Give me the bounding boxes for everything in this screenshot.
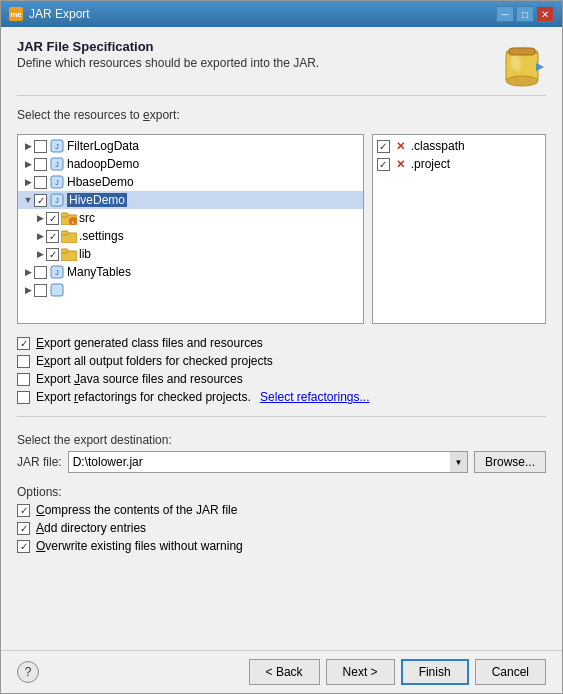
left-tree-scroll[interactable]: ▶ J FilterLogData ▶ J had	[18, 135, 363, 323]
tree-item-manytables[interactable]: ▶ J ManyTables	[18, 263, 363, 281]
toggle-icon[interactable]: ▶	[34, 230, 46, 242]
project-icon: J	[49, 156, 65, 172]
close-button[interactable]: ✕	[536, 6, 554, 22]
svg-text:J: J	[55, 179, 59, 186]
checkbox-hbasedemo[interactable]	[34, 176, 47, 189]
checkbox-project[interactable]	[377, 158, 390, 171]
folder-icon	[61, 246, 77, 262]
toggle-icon[interactable]: ▶	[22, 266, 34, 278]
cb-overwrite[interactable]	[17, 540, 30, 553]
tree-item-hivedemo[interactable]: ▼ J HiveDemo	[18, 191, 363, 209]
maximize-button[interactable]: □	[516, 6, 534, 22]
cb-compress[interactable]	[17, 504, 30, 517]
project-icon: J	[49, 264, 65, 280]
tree-label: ManyTables	[67, 265, 131, 279]
project-x-icon: ✕	[396, 158, 405, 171]
folder-icon	[61, 228, 77, 244]
svg-text:J: J	[55, 161, 59, 168]
cb-label-compress: Compress the contents of the JAR file	[36, 503, 237, 517]
next-button[interactable]: Next >	[326, 659, 395, 685]
cb-export-java[interactable]	[17, 373, 30, 386]
checkbox-hadoopdemo[interactable]	[34, 158, 47, 171]
project-icon: J	[49, 174, 65, 190]
jar-export-dialog: me JAR Export ─ □ ✕ JAR File Specificati…	[0, 0, 563, 694]
toggle-icon[interactable]: ▶	[22, 158, 34, 170]
cb-label-export-refactor: Export refactorings for checked projects…	[36, 390, 254, 404]
tree-label: lib	[79, 247, 91, 261]
cb-label-directory: Add directory entries	[36, 521, 146, 535]
jar-file-dropdown[interactable]: ▼	[450, 451, 468, 473]
tree-item-src[interactable]: ▶ s src	[18, 209, 363, 227]
option-row-2[interactable]: Add directory entries	[17, 521, 546, 535]
toggle-icon[interactable]: ▶	[34, 248, 46, 260]
checkbox-src[interactable]	[46, 212, 59, 225]
checkbox-row-3[interactable]: Export Java source files and resources	[17, 372, 546, 386]
checkbox-lib[interactable]	[46, 248, 59, 261]
svg-text:J: J	[55, 269, 59, 276]
checkbox-row-4[interactable]: Export refactorings for checked projects…	[17, 390, 546, 404]
tree-item-hadoopdemo[interactable]: ▶ J hadoopDemo	[18, 155, 363, 173]
help-button[interactable]: ?	[17, 661, 39, 683]
cb-export-class[interactable]	[17, 337, 30, 350]
checkbox-partial[interactable]	[34, 284, 47, 297]
dest-input-container: ▼	[68, 451, 468, 473]
checkbox-hivedemo[interactable]	[34, 194, 47, 207]
tree-label: HiveDemo	[67, 193, 127, 207]
svg-text:J: J	[55, 143, 59, 150]
checkbox-settings[interactable]	[46, 230, 59, 243]
cb-directory[interactable]	[17, 522, 30, 535]
cb-label-overwrite: Overwrite existing files without warning	[36, 539, 243, 553]
right-item-classpath[interactable]: ✕ .classpath	[373, 137, 545, 155]
left-tree-panel[interactable]: ▶ J FilterLogData ▶ J had	[17, 134, 364, 324]
svg-rect-3	[509, 48, 535, 55]
tree-label: src	[79, 211, 95, 225]
svg-rect-21	[61, 249, 68, 253]
title-bar-title: JAR Export	[29, 7, 90, 21]
dialog-content: JAR File Specification Define which reso…	[1, 27, 562, 650]
right-item-project[interactable]: ✕ .project	[373, 155, 545, 173]
cancel-button[interactable]: Cancel	[475, 659, 546, 685]
select-refactorings-link[interactable]: Select refactorings...	[260, 390, 369, 404]
tree-panel-container: ▶ J FilterLogData ▶ J had	[17, 134, 546, 324]
checkbox-row-1[interactable]: Export generated class files and resourc…	[17, 336, 546, 350]
tree-label: HbaseDemo	[67, 175, 134, 189]
back-button[interactable]: < Back	[249, 659, 320, 685]
cb-export-refactor[interactable]	[17, 391, 30, 404]
toggle-icon[interactable]: ▶	[22, 140, 34, 152]
project-icon	[49, 282, 65, 298]
tree-item-partial[interactable]: ▶	[18, 281, 363, 299]
tree-item-hbasedemo[interactable]: ▶ J HbaseDemo	[18, 173, 363, 191]
options-label: Options:	[17, 485, 546, 499]
browse-button[interactable]: Browse...	[474, 451, 546, 473]
option-row-3[interactable]: Overwrite existing files without warning	[17, 539, 546, 553]
tree-item-settings[interactable]: ▶ .settings	[18, 227, 363, 245]
right-tree-panel[interactable]: ✕ .classpath ✕ .project	[372, 134, 546, 324]
header-area: JAR File Specification Define which reso…	[17, 39, 546, 96]
toggle-icon[interactable]: ▶	[22, 284, 34, 296]
project-icon: J	[49, 192, 65, 208]
checkbox-manytables[interactable]	[34, 266, 47, 279]
checkbox-filterlogdata[interactable]	[34, 140, 47, 153]
svg-point-2	[506, 76, 538, 86]
svg-text:J: J	[55, 197, 59, 204]
svg-rect-19	[61, 231, 68, 235]
finish-button[interactable]: Finish	[401, 659, 469, 685]
toggle-icon[interactable]: ▼	[22, 194, 34, 206]
title-bar-left: me JAR Export	[9, 7, 90, 21]
tree-item-filterlogdata[interactable]: ▶ J FilterLogData	[18, 137, 363, 155]
app-icon: me	[9, 7, 23, 21]
footer-buttons: < Back Next > Finish Cancel	[249, 659, 546, 685]
option-row-1[interactable]: Compress the contents of the JAR file	[17, 503, 546, 517]
tree-item-lib[interactable]: ▶ lib	[18, 245, 363, 263]
checkbox-row-2[interactable]: Export all output folders for checked pr…	[17, 354, 546, 368]
cb-export-output[interactable]	[17, 355, 30, 368]
section-title: JAR File Specification	[17, 39, 319, 54]
title-bar: me JAR Export ─ □ ✕	[1, 1, 562, 27]
toggle-icon[interactable]: ▶	[34, 212, 46, 224]
dest-section: Select the export destination: JAR file:…	[17, 433, 546, 473]
right-tree-scroll[interactable]: ✕ .classpath ✕ .project	[373, 135, 545, 323]
toggle-icon[interactable]: ▶	[22, 176, 34, 188]
jar-file-input[interactable]	[68, 451, 468, 473]
checkbox-classpath[interactable]	[377, 140, 390, 153]
minimize-button[interactable]: ─	[496, 6, 514, 22]
